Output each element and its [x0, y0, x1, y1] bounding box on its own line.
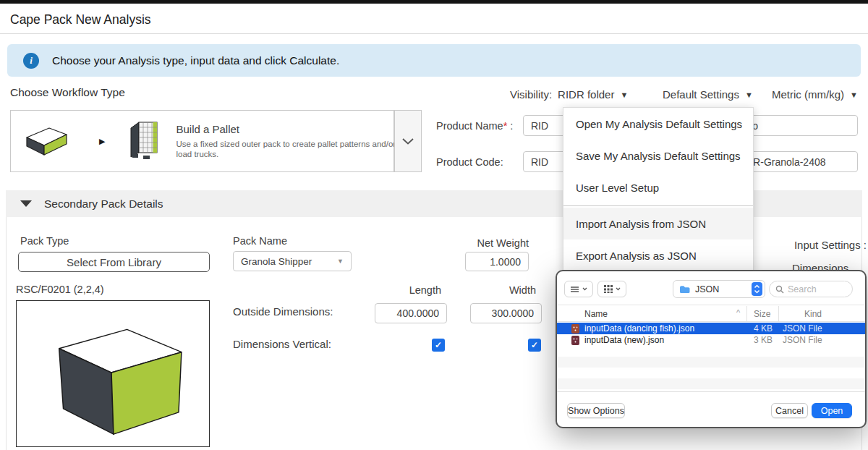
pack-preview: [16, 300, 210, 447]
net-weight-input[interactable]: [465, 252, 529, 271]
length-column-header: Length: [375, 284, 447, 296]
info-icon: i: [23, 53, 39, 69]
stepper-icon: [752, 282, 762, 296]
default-settings-menu: Open My Analysis Default Settings Save M…: [563, 107, 754, 272]
pack-type-label: Pack Type: [20, 235, 69, 247]
pack-name-select[interactable]: Granola Shipper ▼: [233, 251, 352, 271]
metric-label: Metric (mm/kg): [772, 88, 844, 101]
grid-view-icon: [604, 285, 613, 293]
workflow-card[interactable]: ▶ Build a Pallet Use a fixed sized outer…: [10, 110, 394, 172]
column-header-kind[interactable]: Kind: [804, 309, 822, 319]
pack-name-label: Pack Name: [233, 235, 287, 247]
location-value: JSON: [695, 284, 719, 294]
sort-caret-icon: ^: [736, 308, 740, 317]
folder-icon: [679, 285, 690, 294]
search-icon: [775, 285, 784, 294]
workflow-section-title: Choose Workflow Type: [10, 86, 125, 99]
dropdown-arrow-icon: ▼: [620, 90, 628, 99]
search-placeholder: Search: [788, 284, 817, 294]
open-button[interactable]: Open: [812, 403, 852, 418]
footer-divider: [557, 391, 865, 392]
column-header-name[interactable]: Name: [584, 309, 608, 319]
select-from-library-button[interactable]: Select From Library: [18, 252, 210, 272]
product-code-label: Product Code:: [436, 156, 503, 168]
location-select[interactable]: JSON: [673, 280, 765, 298]
column-header-size[interactable]: Size: [754, 309, 770, 319]
header-divider: [557, 321, 865, 322]
net-weight-label: Net Weight: [465, 237, 529, 249]
menu-divider: [563, 205, 753, 206]
list-stripe: [557, 368, 865, 378]
info-banner: i Choose your Analysis type, input data …: [7, 44, 861, 77]
default-settings-dropdown[interactable]: Default Settings ▼: [663, 88, 753, 101]
dropdown-arrow-icon: ▼: [745, 90, 753, 99]
file-row-selected[interactable]: inputData (dancing fish).json 4 KB JSON …: [557, 323, 865, 334]
checkmark-icon: ✓: [531, 340, 538, 350]
pack-style-label: RSC/F0201 (2,2,4): [16, 284, 104, 295]
list-view-button[interactable]: [564, 281, 593, 297]
input-settings-label: Input Settings :: [781, 239, 867, 251]
dimensions-vertical-length-checkbox[interactable]: ✓: [432, 339, 445, 352]
width-column-header: Width: [470, 284, 542, 296]
list-stripe: [557, 357, 865, 368]
visibility-value: RIDR folder: [558, 88, 614, 101]
chevron-down-icon: [582, 287, 587, 291]
file-size: 3 KB: [754, 335, 773, 345]
json-file-icon: [571, 324, 579, 334]
show-options-button[interactable]: Show Options: [567, 403, 625, 418]
list-stripe: [557, 378, 865, 389]
file-kind: JSON File: [783, 335, 822, 345]
info-banner-text: Choose your Analysis type, input data an…: [52, 54, 339, 67]
pack-name-value: Granola Shipper: [241, 256, 312, 267]
workflow-card-title: Build a Pallet: [176, 123, 407, 135]
search-field[interactable]: Search: [769, 281, 853, 297]
metric-dropdown[interactable]: Metric (mm/kg) ▼: [772, 88, 858, 101]
secondary-pack-box-icon: [22, 122, 72, 160]
workflow-card-description: Use a fixed sized outer pack to create p…: [176, 139, 407, 159]
file-name: inputData (dancing fish).json: [584, 323, 694, 334]
cape-pack-window: Cape Pack New Analysis i Choose your Ana…: [0, 0, 868, 450]
chevron-down-icon: [402, 138, 414, 145]
column-divider: [778, 306, 779, 321]
dimensions-vertical-width-checkbox[interactable]: ✓: [528, 339, 541, 352]
file-kind: JSON File: [783, 323, 822, 334]
workflow-arrow-icon: ▶: [99, 137, 105, 146]
workflow-expand-button[interactable]: [394, 110, 422, 172]
outside-dimensions-label: Outside Dimensions:: [233, 305, 333, 318]
grid-view-button[interactable]: [597, 281, 626, 297]
outside-length-input[interactable]: [375, 303, 447, 323]
file-row[interactable]: inputData (new).json 3 KB JSON File: [557, 334, 865, 346]
menu-item-user-level-setup[interactable]: User Level Setup: [563, 171, 753, 203]
menu-item-import-json[interactable]: Import Analysis from JSON: [563, 208, 753, 239]
chevron-down-icon: [616, 287, 621, 291]
cancel-button[interactable]: Cancel: [771, 403, 808, 418]
file-size: 4 KB: [754, 323, 773, 334]
list-stripe: [557, 346, 865, 357]
column-divider: [746, 306, 747, 321]
page-title: Cape Pack New Analysis: [10, 12, 151, 27]
dimensions-vertical-label: Dimensions Vertical:: [233, 338, 331, 350]
menu-item-export-json[interactable]: Export Analysis as JSON: [563, 239, 753, 271]
visibility-label: Visibility:: [510, 88, 552, 101]
toolbar-divider: [557, 305, 865, 305]
json-file-icon: [571, 336, 579, 345]
menu-item-save-defaults[interactable]: Save My Analysis Default Settings: [563, 140, 753, 171]
secondary-pack-title: Secondary Pack Details: [44, 198, 163, 211]
file-name: inputData (new).json: [584, 335, 664, 345]
pack-3d-box-image: [27, 309, 198, 439]
select-arrow-icon: ▼: [337, 258, 344, 265]
dropdown-arrow-icon: ▼: [850, 90, 858, 99]
pallet-icon: [128, 119, 160, 164]
list-view-icon: [570, 286, 579, 293]
product-name-label: Product Name* :: [436, 120, 513, 132]
visibility-dropdown[interactable]: Visibility: RIDR folder ▼: [510, 88, 628, 101]
open-file-dialog: JSON Search Name ^ Size Kind inputData (…: [556, 270, 867, 428]
checkmark-icon: ✓: [435, 340, 442, 350]
outside-width-input[interactable]: [470, 303, 542, 323]
default-settings-label: Default Settings: [663, 88, 739, 101]
collapse-triangle-icon: [20, 200, 32, 207]
menu-item-open-defaults[interactable]: Open My Analysis Default Settings: [563, 108, 753, 140]
